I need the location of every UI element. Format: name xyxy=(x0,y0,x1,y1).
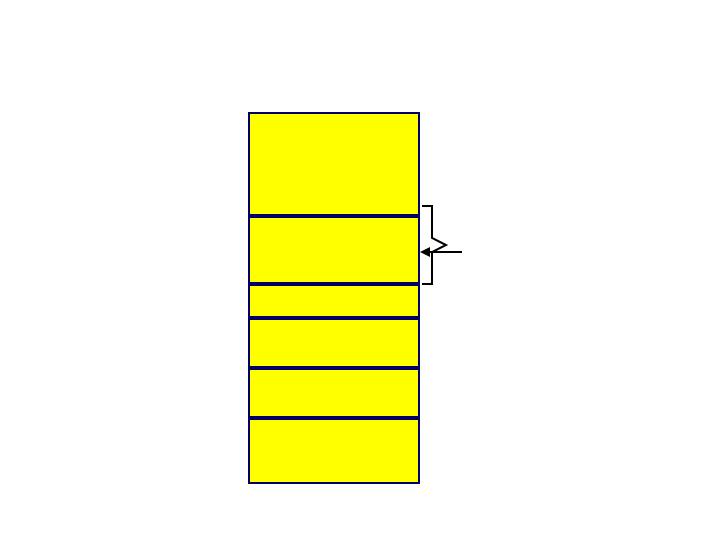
cell-code xyxy=(248,112,420,216)
cell-app-memory xyxy=(248,418,420,484)
svg-marker-1 xyxy=(420,247,430,257)
bracket-icon xyxy=(420,204,450,286)
cell-data xyxy=(248,216,420,284)
cell-system-stack xyxy=(248,318,420,368)
arrow-left-icon xyxy=(420,246,462,258)
cell-bss xyxy=(248,284,420,318)
cell-isr-stack xyxy=(248,368,420,418)
